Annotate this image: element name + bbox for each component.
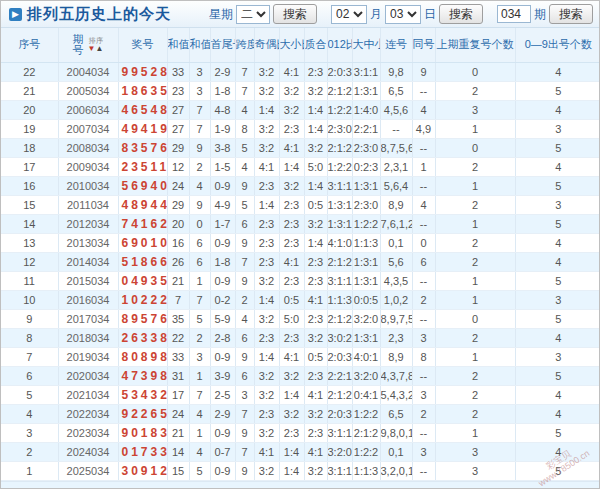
stat-cell: 33 — [167, 62, 189, 81]
stat-cell: 5 — [515, 309, 600, 328]
stat-cell: 3:1:1 — [327, 271, 352, 290]
stat-cell: 1:3:1 — [352, 252, 380, 271]
table-row: 22024034017331440-774:11:44:13:2:01:2:20… — [1, 442, 600, 461]
stat-cell: 2:3 — [304, 423, 327, 442]
stat-cell: -- — [412, 176, 435, 195]
serial-cell: 19 — [1, 119, 58, 138]
stat-cell: 0-9 — [210, 271, 235, 290]
column-header: 和值 — [167, 28, 189, 62]
prize-number-cell: 18635 — [118, 81, 167, 100]
stat-cell: -- — [380, 119, 412, 138]
stat-cell: 0-9 — [210, 423, 235, 442]
prize-number-cell: 89576 — [118, 309, 167, 328]
stat-cell: 5 — [515, 138, 600, 157]
stat-cell: 17 — [167, 385, 189, 404]
stat-cell: 2:1:2 — [327, 81, 352, 100]
stat-cell: 1:1:3 — [352, 461, 380, 480]
stat-cell: 2-9 — [210, 404, 235, 423]
sort-control[interactable]: 排序▼▲ — [88, 37, 104, 53]
prize-number-cell: 26338 — [118, 328, 167, 347]
table-row: 92017034895763555-943:25:02:32:1:23:2:08… — [1, 309, 600, 328]
weekday-select[interactable]: 二 — [236, 5, 270, 24]
stat-cell: 2:3 — [304, 366, 327, 385]
stat-cell: 1:4:0 — [352, 100, 380, 119]
stat-cell: 1:2:2 — [352, 404, 380, 423]
date-search-button[interactable]: 搜索 — [439, 4, 483, 24]
stat-cell: 3:2 — [304, 328, 327, 347]
stat-cell: 24 — [167, 404, 189, 423]
prize-number-cell: 23511 — [118, 157, 167, 176]
stat-cell: 1:2:2 — [327, 100, 352, 119]
table-row: 122014034518662661-872:34:12:32:1:21:3:1… — [1, 252, 600, 271]
stat-cell: 0,1 — [380, 233, 412, 252]
stat-cell: 4 — [515, 252, 600, 271]
stat-cell: 21 — [167, 423, 189, 442]
stat-cell: 7 — [235, 62, 254, 81]
stat-cell: 3 — [412, 442, 435, 461]
stat-cell: 9 — [235, 233, 254, 252]
day-select[interactable]: 03 — [385, 5, 421, 24]
stat-cell: 12 — [167, 157, 189, 176]
stat-cell: 7 — [235, 252, 254, 271]
stat-cell: -- — [412, 461, 435, 480]
stat-cell: 4,5,6 — [380, 100, 412, 119]
stat-cell: 2 — [435, 404, 515, 423]
stat-cell: 2:0:3 — [327, 347, 352, 366]
stat-cell: 0:0:5 — [352, 290, 380, 309]
prize-number-cell: 10222 — [118, 290, 167, 309]
stat-cell: 6 — [189, 252, 210, 271]
stat-cell: 4 — [235, 309, 254, 328]
stat-cell: 2 — [435, 157, 515, 176]
period-cell: 2007034 — [58, 119, 118, 138]
serial-cell: 12 — [1, 252, 58, 271]
stat-cell: 1:2:2 — [352, 214, 380, 233]
serial-cell: 20 — [1, 100, 58, 119]
issue-label: 期 — [534, 6, 546, 23]
issue-input[interactable] — [497, 5, 531, 23]
stat-cell: 5 — [189, 309, 210, 328]
stat-cell: 1-8 — [210, 81, 235, 100]
column-header: 跨度 — [235, 28, 254, 62]
stat-cell: 2:3 — [279, 233, 304, 252]
stat-cell: 3:2:0 — [352, 309, 380, 328]
stat-cell: 1 — [435, 347, 515, 366]
lottery-history-widget: ▶ 排列五历史上的今天 星期 二 搜索 02 月 03 日 搜索 — [0, 0, 600, 489]
stat-cell: -- — [412, 309, 435, 328]
stat-cell: 2-5 — [210, 385, 235, 404]
stat-cell: 2 — [435, 233, 515, 252]
stat-cell: 1:4 — [304, 233, 327, 252]
table-header-row: 序号期号排序▼▲奖号和值和值尾首尾号跨度奇偶比大小比质合比012比大中小比连号同… — [1, 28, 600, 62]
weekday-search-button[interactable]: 搜索 — [273, 4, 317, 24]
period-cell: 2021034 — [58, 385, 118, 404]
date-search-group: 02 月 03 日 搜索 — [331, 4, 483, 24]
table-row: 132013034690101660-992:32:31:44:1:01:1:3… — [1, 233, 600, 252]
stat-cell: 6,5 — [380, 404, 412, 423]
stat-cell: 1 — [412, 157, 435, 176]
issue-search-button[interactable]: 搜索 — [549, 4, 593, 24]
stat-cell: 5 — [189, 461, 210, 480]
stat-cell: 2 — [189, 157, 210, 176]
stat-cell: 9,8,0,1 — [380, 423, 412, 442]
stat-cell: 2 — [435, 366, 515, 385]
stat-cell: 1 — [435, 214, 515, 233]
stat-cell: 4 — [515, 233, 600, 252]
stat-cell: 4:1 — [254, 157, 279, 176]
stat-cell: 2:3 — [304, 252, 327, 271]
stat-cell: 31 — [167, 366, 189, 385]
stat-cell: 7 — [167, 290, 189, 309]
stat-cell: 7 — [189, 119, 210, 138]
stat-cell: 1:1:3 — [327, 290, 352, 309]
period-cell: 2020034 — [58, 366, 118, 385]
stat-cell: 9 — [189, 138, 210, 157]
stat-cell: 4-8 — [210, 100, 235, 119]
stat-cell: 2 — [435, 328, 515, 347]
serial-cell: 14 — [1, 214, 58, 233]
stat-cell: 0:5 — [304, 347, 327, 366]
stat-cell: 1-8 — [210, 252, 235, 271]
stat-cell: 5 — [515, 271, 600, 290]
month-select[interactable]: 02 — [331, 5, 367, 24]
stat-cell: 1:3:1 — [352, 176, 380, 195]
stat-cell: 8,9 — [380, 195, 412, 214]
stat-cell: 4:1:0 — [327, 233, 352, 252]
stat-cell: 3:2 — [254, 119, 279, 138]
